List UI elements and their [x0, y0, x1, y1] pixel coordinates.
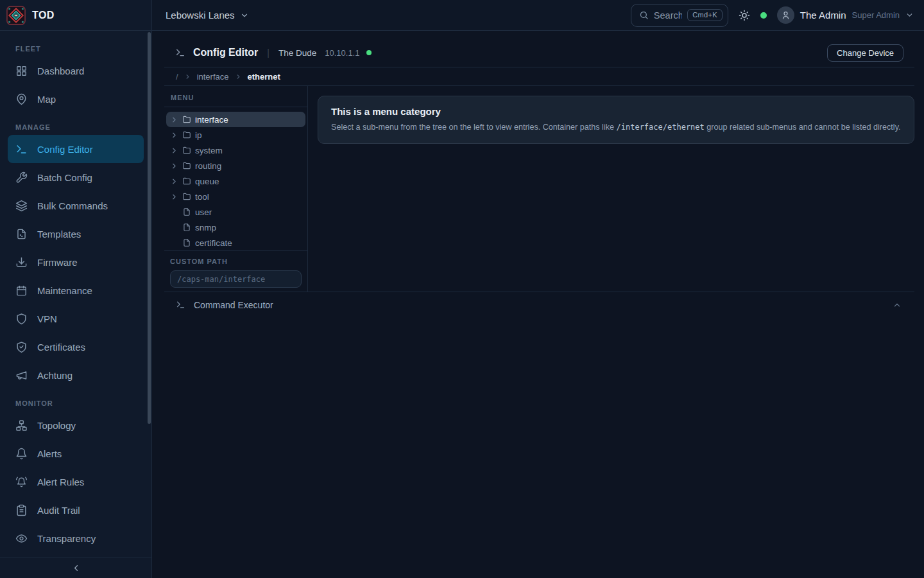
- sidebar-collapse-button[interactable]: [0, 557, 151, 578]
- sidebar-item-label: Map: [37, 94, 56, 105]
- sidebar-item-alert-rules[interactable]: Alert Rules: [8, 468, 144, 496]
- clipboard-icon: [15, 504, 28, 516]
- command-executor-toggle[interactable]: Command Executor: [164, 292, 914, 317]
- brand-logo-icon: [6, 6, 26, 25]
- custom-path-input[interactable]: [170, 270, 302, 288]
- avatar: [777, 6, 794, 24]
- chevron-right-icon[interactable]: [170, 162, 178, 170]
- chevron-right-icon[interactable]: [170, 193, 178, 201]
- search-input[interactable]: [654, 10, 683, 21]
- bell-icon: [15, 448, 28, 460]
- sidebar-item-certificates[interactable]: Certificates: [8, 333, 144, 361]
- sidebar-item-label: Config Editor: [37, 144, 93, 155]
- sidebar-item-label: Dashboard: [37, 66, 84, 76]
- tree-item-snmp[interactable]: snmp: [166, 220, 305, 235]
- terminal-icon: [175, 48, 185, 58]
- tree-item-user[interactable]: user: [166, 204, 305, 220]
- menu-tree: interface ip: [164, 107, 307, 250]
- sidebar-item-label: Maintenance: [37, 285, 92, 296]
- file-icon: [182, 223, 191, 232]
- shield-icon: [15, 313, 28, 325]
- sidebar-item-transparency[interactable]: Transparency: [8, 524, 144, 552]
- page-header: Config Editor | The Dude 10.10.1.1 Chang…: [164, 39, 914, 67]
- tree-item-label: tool: [195, 192, 209, 202]
- sidebar-nav: FLEET Dashboard Map MANAGE Config Editor: [0, 31, 151, 552]
- tree-item-interface[interactable]: interface: [166, 112, 305, 127]
- sidebar-item-label: Alerts: [37, 448, 62, 459]
- calendar-icon: [15, 285, 28, 297]
- custom-path-section: CUSTOM PATH: [164, 250, 307, 295]
- sidebar-item-label: Certificates: [37, 342, 85, 353]
- sidebar-item-alerts[interactable]: Alerts: [8, 439, 144, 468]
- chevron-right-icon[interactable]: [170, 177, 178, 186]
- map-pin-icon: [15, 93, 28, 105]
- connection-status-dot: [760, 12, 767, 19]
- user-menu[interactable]: The Admin Super Admin: [777, 6, 914, 24]
- notice-body-text: Select a sub-menu from the tree on the l…: [331, 123, 617, 132]
- bell-ring-icon: [15, 476, 28, 488]
- breadcrumb-item-ethernet: ethernet: [248, 72, 280, 82]
- chevron-right-icon[interactable]: [170, 131, 178, 139]
- megaphone-icon: [15, 369, 28, 381]
- chevron-down-icon: [905, 11, 914, 19]
- sidebar-item-batch-config[interactable]: Batch Config: [8, 163, 144, 191]
- tree-item-queue[interactable]: queue: [166, 173, 305, 189]
- tree-item-label: queue: [195, 177, 219, 186]
- topology-icon: [15, 419, 28, 432]
- terminal-icon: [15, 143, 28, 155]
- user-role: Super Admin: [852, 10, 900, 20]
- sidebar-item-bulk-commands[interactable]: Bulk Commands: [8, 191, 144, 220]
- change-device-button[interactable]: Change Device: [827, 44, 903, 62]
- sidebar-scrollbar[interactable]: [148, 32, 151, 424]
- sidebar-item-topology[interactable]: Topology: [8, 411, 144, 439]
- sidebar-item-label: Batch Config: [37, 172, 92, 183]
- chevron-right-icon[interactable]: [170, 116, 178, 124]
- device-ip: 10.10.1.1: [325, 48, 359, 58]
- sidebar-item-firmware[interactable]: Firmware: [8, 248, 144, 276]
- section-label-monitor: MONITOR: [8, 389, 144, 411]
- user-name: The Admin: [800, 10, 846, 21]
- chevron-up-icon[interactable]: [893, 301, 902, 310]
- sidebar-item-templates[interactable]: Templates: [8, 220, 144, 248]
- folder-icon: [182, 146, 191, 155]
- brand-name: TOD: [32, 10, 55, 21]
- sidebar-item-dashboard[interactable]: Dashboard: [8, 57, 144, 85]
- global-search[interactable]: Cmd+K: [631, 4, 728, 27]
- config-editor-panel: Config Editor | The Dude 10.10.1.1 Chang…: [164, 39, 914, 317]
- menu-panel-title: MENU: [164, 86, 307, 107]
- file-icon: [182, 238, 191, 247]
- tree-item-routing[interactable]: routing: [166, 158, 305, 173]
- tree-item-ip[interactable]: ip: [166, 127, 305, 143]
- theme-toggle-sun-icon[interactable]: [739, 10, 750, 21]
- breadcrumb-item-interface[interactable]: interface: [197, 72, 229, 82]
- sidebar-item-label: Transparency: [37, 533, 96, 544]
- layers-icon: [15, 200, 28, 212]
- chevron-right-icon[interactable]: [170, 146, 178, 155]
- sidebar-item-achtung[interactable]: Achtung: [8, 361, 144, 389]
- menu-category-notice: This is a menu category Select a sub-men…: [318, 96, 914, 144]
- sidebar-item-config-editor[interactable]: Config Editor: [8, 135, 144, 163]
- breadcrumb-root[interactable]: /: [176, 72, 178, 82]
- dashboard-icon: [15, 65, 28, 77]
- tree-item-system[interactable]: system: [166, 143, 305, 158]
- folder-icon: [182, 192, 191, 201]
- notice-body-code: /interface/ethernet: [617, 123, 705, 132]
- chevron-right-icon: [184, 73, 191, 80]
- download-icon: [15, 256, 28, 268]
- sidebar-item-vpn[interactable]: VPN: [8, 304, 144, 333]
- sidebar-item-label: VPN: [37, 313, 57, 324]
- section-label-manage: MANAGE: [8, 113, 144, 135]
- sidebar-item-label: Firmware: [37, 257, 78, 268]
- org-selector[interactable]: Lebowski Lanes: [166, 10, 249, 21]
- tree-item-certificate[interactable]: certificate: [166, 235, 305, 250]
- shield-check-icon: [15, 341, 28, 353]
- wrench-icon: [15, 171, 28, 184]
- sidebar-item-audit-trail[interactable]: Audit Trail: [8, 496, 144, 524]
- breadcrumb: / interface ethernet: [164, 67, 914, 86]
- sidebar-item-map[interactable]: Map: [8, 85, 144, 113]
- tree-item-tool[interactable]: tool: [166, 189, 305, 204]
- tree-item-label: snmp: [195, 223, 216, 232]
- header-actions: Cmd+K The Admin Super Admin: [631, 4, 924, 27]
- search-shortcut-badge: Cmd+K: [687, 9, 723, 21]
- sidebar-item-maintenance[interactable]: Maintenance: [8, 276, 144, 304]
